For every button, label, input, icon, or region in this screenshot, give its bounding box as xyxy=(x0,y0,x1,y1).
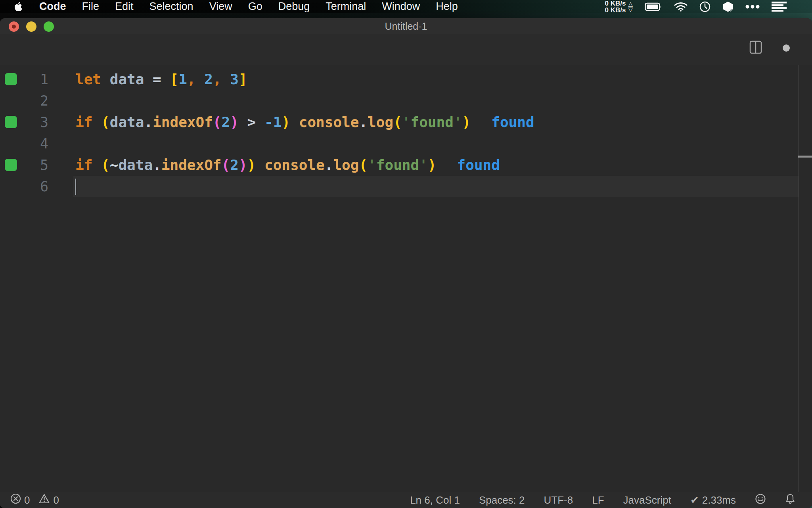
quokka-inline-result: found xyxy=(457,157,500,173)
menubar-item-code[interactable]: Code xyxy=(39,0,66,13)
code-line-4[interactable]: 4 xyxy=(0,133,812,154)
editor-header: Untitled-1 xyxy=(0,34,812,65)
error-count: 0 xyxy=(24,494,30,506)
down-arrow-icon: ▽ xyxy=(628,7,633,12)
menubar-item-terminal[interactable]: Terminal xyxy=(326,0,366,13)
line-number[interactable]: 3 xyxy=(0,112,48,133)
line-number[interactable]: 1 xyxy=(0,69,48,90)
notifications-bell-icon[interactable] xyxy=(785,493,795,507)
vscode-window: Untitled-1 Untitled-1 1let data = [1, 2,… xyxy=(0,18,812,508)
code-line-2[interactable]: 2 xyxy=(0,90,812,112)
unsaved-changes-indicator[interactable] xyxy=(783,44,790,52)
code-text: if (data.indexOf(2) > -1) console.log('f… xyxy=(75,112,534,133)
screen: CodeFileEditSelectionViewGoDebugTerminal… xyxy=(0,0,812,508)
code-line-3[interactable]: 3if (data.indexOf(2) > -1) console.log('… xyxy=(0,112,812,133)
line-number[interactable]: 4 xyxy=(0,133,48,154)
list-icon[interactable] xyxy=(772,2,787,12)
code-editor[interactable]: 1let data = [1, 2, 3]23if (data.indexOf(… xyxy=(0,65,812,492)
status-indentation[interactable]: Spaces: 2 xyxy=(479,494,525,506)
statusbar-right: Ln 6, Col 1 Spaces: 2 UTF-8 LF JavaScrip… xyxy=(410,493,812,507)
menubar-item-go[interactable]: Go xyxy=(248,0,262,13)
window-title: Untitled-1 xyxy=(0,18,812,34)
error-circle-icon xyxy=(10,493,21,507)
network-down-label: 0 KB/s xyxy=(605,7,626,13)
line-number[interactable]: 5 xyxy=(0,154,48,176)
battery-icon[interactable] xyxy=(645,2,662,11)
feedback-smiley-icon[interactable] xyxy=(755,493,766,507)
code-text: let data = [1, 2, 3] xyxy=(75,69,247,90)
quokka-perf-indicator[interactable]: ✔ 2.33ms xyxy=(690,494,736,506)
warning-count: 0 xyxy=(53,494,59,506)
overview-ruler-cursor-mark xyxy=(798,156,812,158)
menu-items: CodeFileEditSelectionViewGoDebugTerminal… xyxy=(39,0,458,13)
apple-menu-icon[interactable] xyxy=(14,1,23,12)
status-encoding[interactable]: UTF-8 xyxy=(544,494,573,506)
statusbar: 0 0 Ln 6, Col 1 Spaces: 2 UTF-8 xyxy=(0,492,812,508)
quokka-inline-result: found xyxy=(491,114,534,130)
network-up-label: 0 KB/s xyxy=(605,0,626,7)
warning-triangle-icon xyxy=(38,493,50,507)
menubar-item-help[interactable]: Help xyxy=(436,0,458,13)
wifi-icon[interactable] xyxy=(674,2,688,12)
code-line-6[interactable]: 6 xyxy=(0,176,812,197)
code-line-5[interactable]: 5if (~data.indexOf(2)) console.log('foun… xyxy=(0,154,812,176)
menubar-item-selection[interactable]: Selection xyxy=(149,0,193,13)
status-language-mode[interactable]: JavaScript xyxy=(623,494,671,506)
overview-ruler-border xyxy=(799,65,799,492)
menubar-left: CodeFileEditSelectionViewGoDebugTerminal… xyxy=(0,0,458,13)
ellipsis-icon[interactable] xyxy=(745,5,760,9)
split-editor-button[interactable] xyxy=(749,40,762,56)
cursor-caret xyxy=(75,179,76,195)
check-icon: ✔ xyxy=(690,494,699,506)
status-line-col[interactable]: Ln 6, Col 1 xyxy=(410,494,460,506)
window-titlebar: Untitled-1 xyxy=(0,18,812,34)
status-eol[interactable]: LF xyxy=(592,494,604,506)
menubar-item-debug[interactable]: Debug xyxy=(278,0,310,13)
code-line-1[interactable]: 1let data = [1, 2, 3] xyxy=(0,69,812,90)
clock-icon[interactable] xyxy=(699,1,710,12)
menubar-item-view[interactable]: View xyxy=(209,0,232,13)
menubar-item-window[interactable]: Window xyxy=(382,0,420,13)
menubar-item-edit[interactable]: Edit xyxy=(115,0,134,13)
cube-icon[interactable] xyxy=(722,1,733,12)
problems-indicator[interactable]: 0 0 xyxy=(0,493,59,507)
editor-actions xyxy=(749,40,790,56)
menubar: CodeFileEditSelectionViewGoDebugTerminal… xyxy=(0,0,812,13)
network-speed-widget[interactable]: 0 KB/s 0 KB/s △ ▽ xyxy=(605,0,633,13)
line-number[interactable]: 2 xyxy=(0,90,48,112)
menubar-item-file[interactable]: File xyxy=(82,0,100,13)
menubar-status-area: 0 KB/s 0 KB/s △ ▽ xyxy=(605,0,812,13)
code-text: if (~data.indexOf(2)) console.log('found… xyxy=(75,154,500,176)
line-number[interactable]: 6 xyxy=(0,176,48,197)
perf-time: 2.33ms xyxy=(702,494,736,506)
